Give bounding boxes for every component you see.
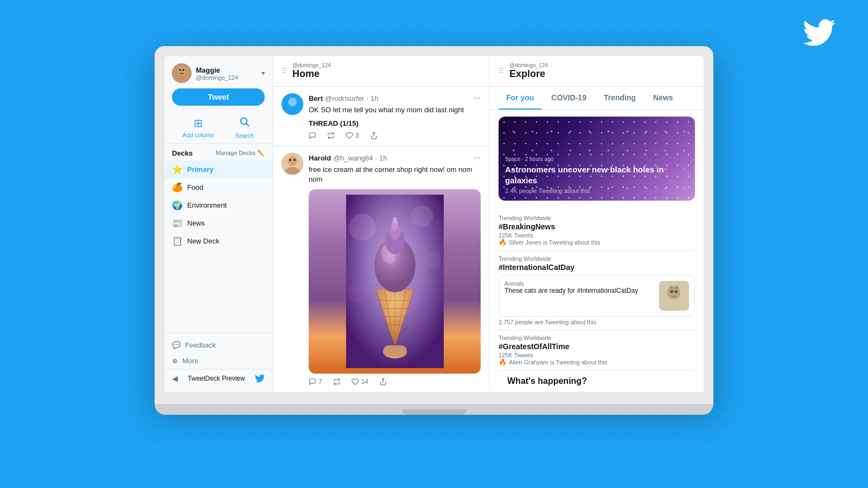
tweet-time: · [366,94,368,102]
tab-news[interactable]: News [646,87,681,110]
cat-day-card[interactable]: Animals These cats are ready for #Intern… [499,275,695,317]
feedback-icon: 💬 [172,341,181,349]
tweet-more-button[interactable]: ··· [474,153,481,163]
hero-category: Space · 2 hours ago [505,156,688,162]
retweet-button[interactable] [333,378,341,386]
tweet-actions-harold: 7 14 [309,378,481,386]
cat-tweet-count: 2,757 people are Tweeting about this [499,319,695,325]
hero-title: Astronomers uncover new black holes in g… [505,164,688,185]
share-button[interactable] [379,378,387,386]
like-button[interactable]: 3 [346,132,359,139]
avatar [172,63,192,83]
deck-item-new[interactable]: 📋 New Deck [164,232,272,250]
tweet-meta-bert: Bert @rodrisurfer · 1h ··· [309,93,481,103]
decks-header: Decks Manage Decks ✏️ [164,144,272,160]
trending-user-note: 🔥 Silver Jones is Tweeting about this [499,239,695,246]
reply-button[interactable] [309,132,316,139]
collapse-arrow-icon[interactable]: ◀ [172,374,178,383]
chevron-down-icon[interactable]: ▾ [261,69,265,77]
deck-item-food[interactable]: 🍊 Food [164,178,272,196]
tweet-content-harold: Harold @h_wang84 · 1h ··· free ice cream… [309,153,481,385]
explore-column: ⠿ @domingo_124 Explore For you COVID-19 … [490,56,704,392]
search-button[interactable]: Search [235,117,254,139]
deck-label: News [187,219,205,227]
feedback-button[interactable]: 💬 Feedback [164,337,272,353]
profile-info: Maggie @domingo_124 [172,63,238,83]
trending-count: 125K Tweets [499,352,695,358]
tab-trending[interactable]: Trending [596,87,643,110]
tweet-text-harold: free ice cream at the corner shop right … [309,165,481,184]
column-title-group: @domingo_124 Home [292,62,331,80]
tweet-time: · [375,154,377,162]
profile-area: Maggie @domingo_124 ▾ [164,56,272,88]
tweet-meta-harold: Harold @h_wang84 · 1h ··· [309,153,481,163]
deck-item-primary[interactable]: ⭐ Primary [164,160,272,178]
trending-item-breaking[interactable]: Trending Worldwide #BreakingNews 125K Tw… [499,210,695,251]
svg-rect-35 [383,345,407,356]
tweet-text-bert: OK SO let me tell you what my mom did la… [309,105,481,115]
reply-button[interactable]: 7 [309,378,322,386]
columns-area: ⠿ @domingo_124 Home [273,56,704,392]
deck-label: Primary [187,165,213,174]
tweet-time-value: 1h [371,94,378,102]
laptop-base [155,404,713,415]
news-hero-card[interactable]: Space · 2 hours ago Astronomers uncover … [499,117,695,201]
sidebar-footer: 💬 Feedback ⊕ More ◀ TweetDeck Preview [164,332,272,392]
trending-tag: #InternationalCatDay [499,263,695,272]
svg-point-41 [674,290,678,293]
laptop-screen: Maggie @domingo_124 ▾ Tweet ⊞ Add column [164,56,704,392]
drag-handle-icon[interactable]: ⠿ [499,67,504,75]
add-column-button[interactable]: ⊞ Add column [183,117,214,139]
tweet-name: Harold [309,154,331,162]
svg-point-4 [182,69,184,71]
environment-icon: 🌍 [172,200,183,210]
tweet-handle: @h_wang84 [333,154,373,162]
like-count: 14 [361,378,368,386]
more-icon: ⊕ [172,357,178,365]
svg-point-9 [288,156,297,166]
svg-point-33 [393,217,397,224]
column-user-label: @domingo_124 [292,62,331,68]
tweet-avatar-bert [282,93,303,115]
news-icon: 📰 [172,218,183,228]
drag-handle-icon[interactable]: ⠿ [282,67,287,75]
explore-body: Space · 2 hours ago Astronomers uncover … [490,110,704,392]
tweet-author-bert: Bert @rodrisurfer · 1h [309,94,379,102]
whats-happening-label: What's happening? [499,371,695,391]
laptop-body: Maggie @domingo_124 ▾ Tweet ⊞ Add column [155,46,713,404]
laptop: Maggie @domingo_124 ▾ Tweet ⊞ Add column [155,46,713,415]
username: @domingo_124 [196,74,238,81]
home-column-body: Bert @rodrisurfer · 1h ··· OK SO let me … [273,87,489,392]
deck-item-environment[interactable]: 🌍 Environment [164,196,272,214]
card-category: Animals [505,281,654,287]
home-column-title: Home [292,68,331,80]
tweet-more-button[interactable]: ··· [474,93,481,103]
trending-label: Trending Worldwide [499,335,695,341]
tab-for-you[interactable]: For you [499,87,541,110]
more-button[interactable]: ⊕ More [164,353,272,369]
svg-point-6 [288,98,297,106]
trending-tag: #BreakingNews [499,222,695,231]
preview-label: TweetDeck Preview [188,375,245,382]
explore-column-header: ⠿ @domingo_124 Explore [490,56,704,87]
add-column-icon: ⊞ [194,117,203,130]
retweet-button[interactable] [327,132,335,139]
search-label: Search [235,132,254,139]
fire-icon: 🔥 [499,358,507,366]
tweet-button[interactable]: Tweet [172,88,265,106]
trending-item-catday[interactable]: Trending Worldwide #InternationalCatDay … [499,251,695,330]
tab-covid[interactable]: COVID-19 [544,87,594,110]
tweet-name: Bert [309,94,323,102]
trending-section: Trending Worldwide #BreakingNews 125K Tw… [490,207,704,392]
share-button[interactable] [370,132,378,139]
like-button[interactable]: 14 [352,378,368,386]
trending-item-goat[interactable]: Trending Worldwide #GreatestOfAllTime 12… [499,330,695,371]
column-title-group: @domingo_124 Explore [509,62,548,80]
deck-item-news[interactable]: 📰 News [164,214,272,232]
tweetdeck-app: Maggie @domingo_124 ▾ Tweet ⊞ Add column [164,56,704,392]
tweet-content-bert: Bert @rodrisurfer · 1h ··· OK SO let me … [309,93,481,139]
twitter-small-icon [255,374,265,383]
tweet-harold: Harold @h_wang84 · 1h ··· free ice cream… [273,146,489,392]
manage-decks-button[interactable]: Manage Decks ✏️ [216,150,265,157]
tweet-avatar-harold [282,153,303,175]
